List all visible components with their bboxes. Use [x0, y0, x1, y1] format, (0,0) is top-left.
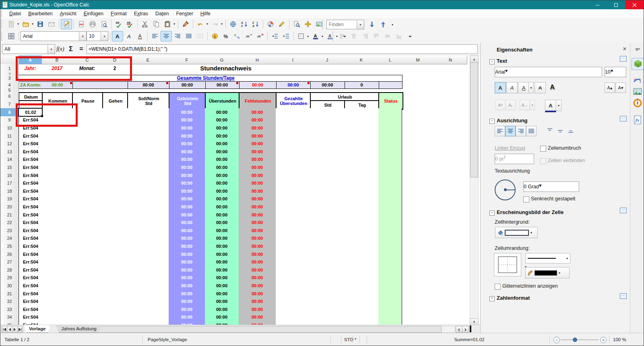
undo[interactable] — [195, 19, 206, 29]
cell-D19[interactable] — [102, 195, 128, 204]
cell-L22[interactable] — [378, 218, 402, 227]
cell-L16[interactable] — [378, 171, 402, 180]
sidebar-font-name[interactable]: Arial ▾ — [495, 67, 602, 77]
header-soll-norm[interactable]: Soll/Norm Std — [127, 92, 170, 110]
cell-I25[interactable] — [276, 242, 310, 251]
cell-J28[interactable] — [310, 266, 345, 274]
cell-K31[interactable] — [344, 290, 379, 298]
cell-B24[interactable] — [42, 235, 72, 243]
cell-C27[interactable] — [72, 258, 103, 266]
cell-C16[interactable] — [72, 171, 103, 180]
cell-K17[interactable] — [344, 179, 379, 187]
cell-E11[interactable] — [127, 132, 169, 140]
dialog-launcher-icon[interactable]: ⋯ — [620, 208, 627, 213]
dropdown-caret-icon[interactable]: ▾ — [172, 19, 176, 29]
vertical-scroll-thumb[interactable] — [470, 62, 478, 177]
cell-background-button[interactable]: ▾ — [495, 227, 538, 238]
cell-G10[interactable]: 00:00 — [205, 124, 239, 132]
obj-align-right[interactable] — [359, 31, 371, 41]
cell-J34[interactable] — [310, 313, 345, 322]
total-f4[interactable]: 00:00 — [169, 82, 205, 88]
cell-F21[interactable]: 00:00 — [169, 211, 205, 219]
cell-H33[interactable]: 00:00 — [239, 305, 276, 314]
wrap-text-checkbox[interactable] — [540, 146, 546, 152]
align-left-icon[interactable] — [149, 31, 161, 41]
cell-I27[interactable] — [276, 258, 310, 266]
cell-G32[interactable]: 00:00 — [205, 297, 239, 306]
cell-D28[interactable] — [102, 266, 128, 274]
row-header-20[interactable]: 20 — [0, 203, 19, 211]
cell-H19[interactable]: 00:00 — [239, 195, 276, 204]
cell-L27[interactable] — [378, 258, 402, 266]
scroll-down-icon[interactable]: ▼ — [470, 318, 479, 325]
cell-L21[interactable] — [378, 211, 402, 219]
cell-F19[interactable]: 00:00 — [169, 195, 205, 204]
cell-K11[interactable] — [344, 132, 379, 140]
cell-F24[interactable]: 00:00 — [169, 235, 205, 243]
tab-functions-icon[interactable]: fx — [632, 114, 644, 126]
cell-B35[interactable] — [42, 321, 72, 325]
cell-K26[interactable] — [344, 250, 379, 259]
cell-L12[interactable] — [378, 140, 402, 148]
cell-F28[interactable]: 00:00 — [169, 266, 205, 274]
paste[interactable] — [162, 19, 173, 29]
cell-I19[interactable] — [276, 195, 310, 204]
cell-J14[interactable] — [310, 156, 345, 164]
cell-F25[interactable]: 00:00 — [169, 242, 205, 251]
cell-F12[interactable]: 00:00 — [169, 140, 205, 148]
insert-chart[interactable] — [265, 19, 276, 29]
total-e4[interactable]: 00:00 — [128, 82, 169, 88]
toolbar-overflow[interactable] — [405, 31, 416, 41]
cell-H34[interactable]: 00:00 — [239, 313, 276, 322]
cell-E26[interactable] — [127, 250, 169, 259]
cut[interactable] — [139, 19, 151, 29]
align-justify-icon[interactable] — [526, 126, 537, 136]
cell-D33[interactable] — [102, 305, 128, 314]
cell-J10[interactable] — [310, 124, 345, 132]
cell-I10[interactable] — [276, 124, 310, 132]
header-fehlstunden[interactable]: Fehlstunden — [239, 92, 277, 110]
cell-A17[interactable]: Err:504 — [19, 179, 43, 187]
cell-D24[interactable] — [102, 235, 128, 243]
cell-J29[interactable] — [310, 274, 345, 282]
sheet-tab-jahres-auflistung[interactable]: Jahres Auflistung — [56, 325, 102, 333]
cell-B31[interactable] — [42, 290, 72, 298]
chevron-down-icon[interactable]: ▾ — [357, 20, 364, 29]
cell-D34[interactable] — [102, 313, 128, 322]
find-input[interactable]: Finden — [327, 22, 357, 27]
cell-C14[interactable] — [72, 156, 103, 164]
cell-J23[interactable] — [310, 227, 345, 235]
cell-C30[interactable] — [72, 282, 103, 290]
cell-D14[interactable] — [102, 156, 128, 164]
cell-E9[interactable] — [127, 116, 169, 125]
underline-icon[interactable]: A — [518, 82, 529, 93]
cell-D11[interactable] — [102, 132, 128, 140]
za-konto-label[interactable]: ZA Konto: — [20, 82, 41, 88]
cell-E14[interactable] — [127, 156, 169, 164]
cell-A27[interactable]: Err:504 — [19, 258, 43, 266]
column-header-H[interactable]: H — [239, 56, 276, 64]
cell-E33[interactable] — [127, 305, 169, 314]
cell-G23[interactable]: 00:00 — [205, 227, 239, 235]
column-header-J[interactable]: J — [310, 56, 345, 64]
first-sheet-icon[interactable] — [2, 326, 7, 333]
cell-C19[interactable] — [72, 195, 103, 204]
find-combobox[interactable]: Finden ▾ — [326, 20, 364, 29]
row-header-32[interactable]: 32 — [0, 297, 19, 306]
cell-K20[interactable] — [344, 203, 379, 211]
cell-G24[interactable]: 00:00 — [205, 235, 239, 243]
cell-G12[interactable]: 00:00 — [205, 140, 239, 148]
cell-B29[interactable] — [42, 274, 72, 282]
cell-L8[interactable] — [378, 108, 402, 117]
cell-L35[interactable] — [378, 321, 402, 325]
font-size-value[interactable]: 10 — [87, 33, 101, 39]
align-center-icon[interactable] — [505, 126, 516, 136]
cell-D30[interactable] — [102, 282, 128, 290]
cell-I14[interactable] — [276, 156, 310, 164]
cell-I18[interactable] — [276, 187, 310, 196]
spellcheck[interactable]: AB — [113, 19, 124, 29]
toolbar-drag-handle[interactable] — [1, 20, 4, 29]
minimize-button[interactable] — [588, 0, 607, 9]
cell-E19[interactable] — [127, 195, 169, 204]
row-header-6[interactable]: 6 — [0, 92, 19, 101]
